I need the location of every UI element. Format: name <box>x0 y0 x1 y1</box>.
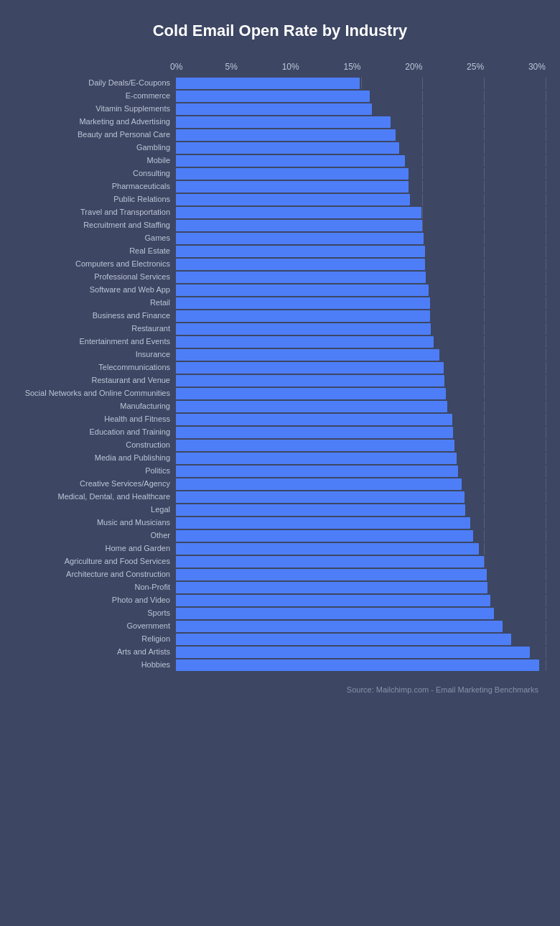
grid-line <box>546 233 546 244</box>
x-axis-label: 10% <box>238 62 299 72</box>
bar <box>176 207 421 218</box>
grid-line <box>546 504 546 516</box>
bar-label: Consulting <box>22 169 176 178</box>
bar <box>176 621 503 632</box>
chart-row: Pharmaceuticals <box>22 181 546 193</box>
grid-line <box>484 272 485 283</box>
bar <box>176 595 490 606</box>
bar-label: Beauty and Personal Care <box>22 130 176 139</box>
grid-line <box>484 323 485 335</box>
chart-row: Games <box>22 233 546 244</box>
chart-row: Social Networks and Online Communities <box>22 388 546 399</box>
bar <box>176 220 422 231</box>
bar <box>176 297 430 309</box>
grid-line <box>546 181 546 193</box>
grid-line <box>546 194 546 205</box>
bar <box>176 310 430 322</box>
chart-row: Agriculture and Food Services <box>22 556 546 568</box>
bar <box>176 375 444 386</box>
bar-label: Gambling <box>22 143 176 152</box>
bar <box>176 116 391 128</box>
bar-label: Restaurant <box>22 324 176 333</box>
grid-line <box>484 504 485 516</box>
bar-label: Agriculture and Food Services <box>22 557 176 566</box>
bar-label: Other <box>22 531 176 540</box>
grid-line <box>546 362 546 374</box>
bar-label: Photo and Video <box>22 596 176 605</box>
grid-line <box>484 362 485 374</box>
grid-line <box>546 168 546 180</box>
grid-line <box>546 582 546 593</box>
bar <box>176 440 454 451</box>
bar-label: Home and Garden <box>22 544 176 553</box>
chart-row: Education and Training <box>22 427 546 438</box>
bar <box>176 91 370 102</box>
bar <box>176 466 458 477</box>
grid-line <box>422 168 423 180</box>
chart-row: Marketing and Advertising <box>22 116 546 128</box>
grid-line <box>484 168 485 180</box>
x-axis-label: 25% <box>422 62 484 72</box>
chart-row: Home and Garden <box>22 543 546 555</box>
chart-row: Recruitment and Staffing <box>22 220 546 231</box>
chart-row: Construction <box>22 440 546 451</box>
grid-line <box>422 220 423 231</box>
grid-line <box>484 142 485 154</box>
grid-line <box>361 78 362 89</box>
chart-row: Health and Fitness <box>22 414 546 425</box>
grid-line <box>484 155 485 167</box>
grid-line <box>484 375 485 386</box>
bar-label: Restaurant and Venue <box>22 376 176 385</box>
chart-row: Photo and Video <box>22 595 546 606</box>
bar-label: Vitamin Supplements <box>22 104 176 114</box>
chart-row: Beauty and Personal Care <box>22 129 546 141</box>
grid-line <box>484 181 485 193</box>
bar <box>176 168 409 180</box>
grid-line <box>484 103 485 115</box>
bar <box>176 504 465 516</box>
grid-line <box>484 246 485 257</box>
grid-line <box>484 491 485 503</box>
bar <box>176 453 457 464</box>
bar-label: Games <box>22 233 176 243</box>
chart-row: Restaurant <box>22 323 546 335</box>
grid-line <box>546 375 546 386</box>
chart-row: Mobile <box>22 155 546 167</box>
bar-label: Marketing and Advertising <box>22 117 176 126</box>
grid-line <box>484 427 485 438</box>
bar <box>176 634 511 645</box>
bar <box>176 491 465 503</box>
grid-line <box>546 336 546 348</box>
bar-label: Social Networks and Online Communities <box>22 389 176 398</box>
bar-label: Politics <box>22 466 176 476</box>
grid-line <box>546 78 546 89</box>
grid-line <box>422 142 423 154</box>
grid-line <box>484 336 485 348</box>
bar-label: E-commerce <box>22 91 176 101</box>
bar-label: Mobile <box>22 156 176 165</box>
grid-line <box>546 129 546 141</box>
bar-label: Retail <box>22 298 176 307</box>
grid-line <box>546 595 546 606</box>
bar <box>176 556 484 568</box>
bar-label: Construction <box>22 440 176 450</box>
bar <box>176 401 447 412</box>
bar-label: Public Relations <box>22 195 176 204</box>
bar <box>176 259 425 270</box>
chart-row: Consulting <box>22 168 546 180</box>
bar <box>176 284 429 296</box>
chart-row: Music and Musicians <box>22 517 546 529</box>
grid-line <box>484 543 485 555</box>
grid-line <box>546 297 546 309</box>
grid-line <box>546 453 546 464</box>
chart-row: Government <box>22 621 546 632</box>
grid-line <box>484 401 485 412</box>
bar <box>176 103 372 115</box>
grid-line <box>546 388 546 399</box>
chart-row: Hobbies <box>22 659 546 671</box>
source-label: Source: Mailchimp.com - Email Marketing … <box>14 685 538 694</box>
chart-row: Insurance <box>22 349 546 361</box>
bar <box>176 349 439 361</box>
bar <box>176 336 434 348</box>
bar-label: Education and Training <box>22 427 176 437</box>
